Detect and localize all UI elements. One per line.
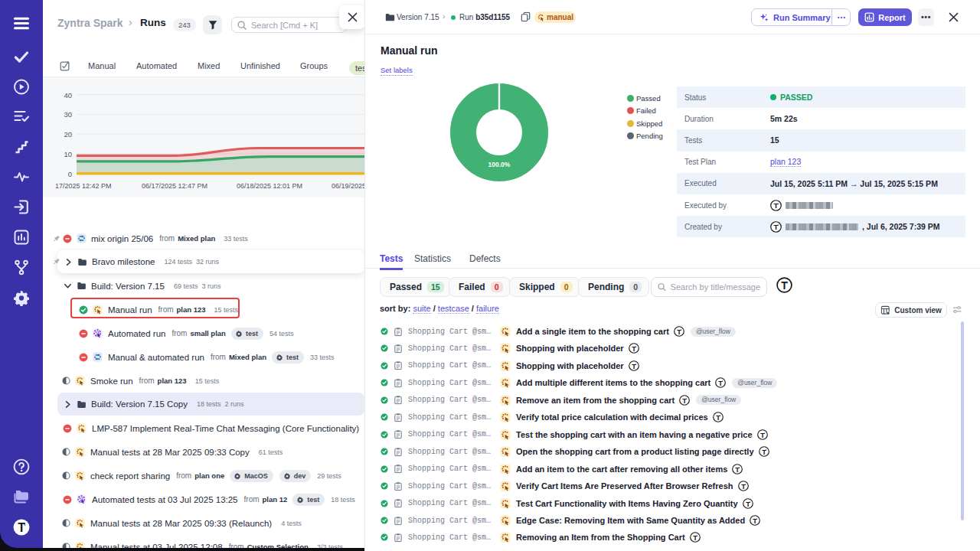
svg-text:40: 40 [64,91,72,99]
svg-text:T: T [18,521,25,534]
svg-text:10: 10 [64,150,72,158]
svg-text:20: 20 [64,130,72,139]
svg-text:30: 30 [64,110,72,119]
svg-text:0: 0 [68,170,72,178]
svg-text:100.0%: 100.0% [488,161,511,168]
